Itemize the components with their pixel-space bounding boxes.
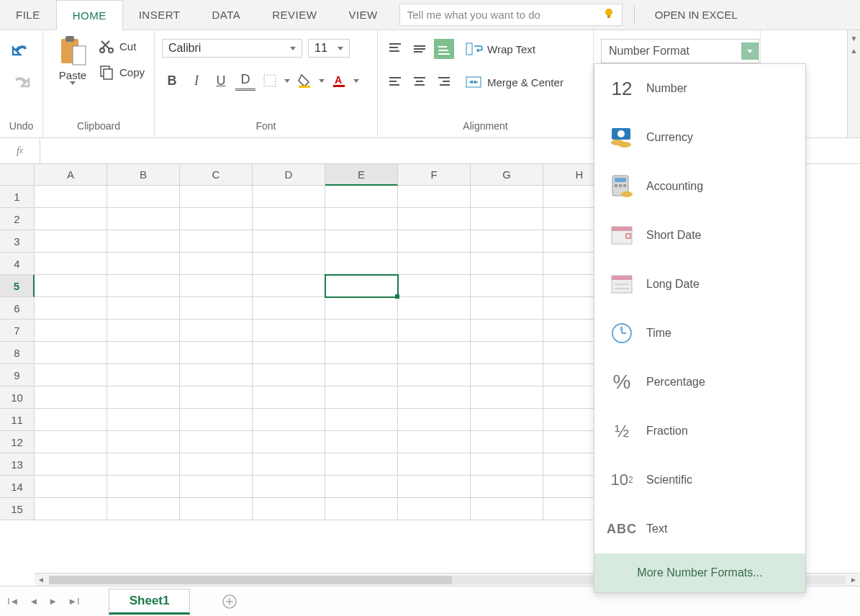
cell[interactable] [180,409,253,431]
align-center-button[interactable] [409,72,430,92]
cell[interactable] [253,297,325,320]
cell[interactable] [471,476,543,498]
cell[interactable] [180,208,253,230]
cell[interactable] [35,364,107,386]
cell[interactable] [325,186,398,208]
font-name-select[interactable]: Calibri [162,39,302,58]
cell[interactable] [180,498,253,520]
sheet-nav-next[interactable]: ► [48,596,58,607]
cell[interactable] [253,208,325,230]
cell[interactable] [398,364,471,386]
cell[interactable] [398,253,471,275]
font-color-button[interactable]: A [329,71,349,91]
cell[interactable] [180,364,253,386]
align-top-button[interactable] [385,39,405,59]
cell[interactable] [107,297,180,320]
row-header[interactable]: 7 [0,320,35,342]
cell[interactable] [180,342,253,364]
cell[interactable] [325,230,398,253]
number-format-item-currency[interactable]: Currency [594,113,805,162]
wrap-text-button[interactable]: Wrap Text [466,42,535,56]
cell[interactable] [180,230,253,253]
cell[interactable] [398,409,471,431]
cell[interactable] [107,386,180,409]
cell[interactable] [471,409,543,431]
sheet-nav-last[interactable]: ►І [68,596,79,607]
cell[interactable] [253,498,325,520]
row-header[interactable]: 1 [0,186,35,208]
number-format-item-scientific[interactable]: 102 Scientific [594,456,805,504]
number-format-item-long-date[interactable]: Long Date [594,260,805,309]
undo-button[interactable] [9,39,35,65]
number-format-item-accounting[interactable]: Accounting [594,162,805,211]
cell[interactable] [35,320,107,342]
merge-center-button[interactable]: Merge & Center [466,75,563,89]
row-header[interactable]: 8 [0,342,35,364]
column-header[interactable]: G [471,164,543,186]
cell[interactable] [471,386,543,409]
cell[interactable] [471,253,543,275]
column-header[interactable]: C [180,164,253,186]
cell[interactable] [35,297,107,320]
cell[interactable] [325,476,398,498]
sheet-nav-prev[interactable]: ◄ [29,596,38,607]
cell[interactable] [398,431,471,453]
cell[interactable] [325,386,398,409]
tab-file[interactable]: FILE [0,0,56,30]
number-format-item-time[interactable]: L Time [594,309,805,358]
cell[interactable] [471,364,543,386]
cell[interactable] [107,498,180,520]
cell[interactable] [180,453,253,476]
cell[interactable] [35,208,107,230]
column-header[interactable]: E [325,164,398,186]
tab-review[interactable]: REVIEW [256,0,332,30]
cell[interactable] [325,409,398,431]
cut-button[interactable]: Cut [99,39,145,53]
cell[interactable] [35,453,107,476]
column-header[interactable]: D [253,164,325,186]
cell[interactable] [253,320,325,342]
add-sheet-button[interactable] [219,591,240,612]
redo-button[interactable] [9,71,35,96]
row-header[interactable]: 4 [0,253,35,275]
cell[interactable] [35,342,107,364]
cell[interactable] [253,342,325,364]
cell[interactable] [325,253,398,275]
tell-me-search[interactable]: Tell me what you want to do [399,4,623,26]
bold-button[interactable]: B [162,71,182,91]
number-format-item-fraction[interactable]: ½ Fraction [594,407,805,456]
align-bottom-button[interactable] [434,39,454,59]
cell[interactable] [107,253,180,275]
underline-button[interactable]: U [211,71,231,91]
cell[interactable] [253,386,325,409]
cell[interactable] [398,498,471,520]
row-header[interactable]: 3 [0,230,35,253]
number-format-item-number[interactable]: 12 Number [594,64,805,113]
copy-button[interactable]: Copy [99,65,145,79]
cell[interactable] [398,342,471,364]
borders-button[interactable] [260,71,280,91]
number-format-select[interactable]: Number Format [601,39,759,63]
cell[interactable] [398,208,471,230]
cell[interactable] [35,230,107,253]
cell[interactable] [398,275,471,297]
cell[interactable] [325,431,398,453]
align-left-button[interactable] [385,72,405,92]
column-header[interactable]: F [398,164,471,186]
cell[interactable] [325,498,398,520]
ribbon-scrollbar[interactable]: ▼ ▲ [847,30,860,137]
cell[interactable] [107,431,180,453]
cell[interactable] [253,186,325,208]
cell[interactable] [107,230,180,253]
row-header[interactable]: 12 [0,431,35,453]
cell[interactable] [471,230,543,253]
cell[interactable] [180,297,253,320]
cell[interactable] [471,186,543,208]
row-header[interactable]: 10 [0,386,35,409]
cell[interactable] [398,320,471,342]
cell[interactable] [325,275,398,297]
cell[interactable] [35,498,107,520]
cell[interactable] [107,364,180,386]
align-middle-button[interactable] [409,39,430,59]
row-header[interactable]: 13 [0,453,35,476]
